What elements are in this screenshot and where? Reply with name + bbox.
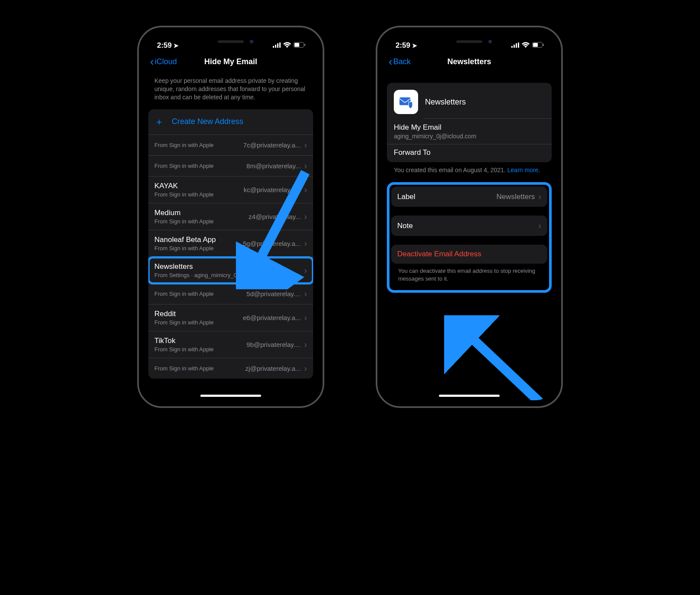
nav-bar: ‹ Back Newsletters	[383, 52, 555, 72]
chevron-left-icon: ‹	[150, 56, 154, 67]
address-row-tiktok[interactable]: TikTok From Sign in with Apple 9b@privat…	[148, 331, 313, 358]
status-bar: 2:59 ➤	[145, 33, 317, 52]
deactivate-group: Deactivate Email Address	[391, 245, 547, 264]
notch	[456, 40, 482, 43]
svg-rect-5	[294, 43, 299, 47]
page-title: Hide My Email	[204, 57, 257, 66]
camera-dot	[250, 40, 253, 43]
back-label: iCloud	[155, 57, 177, 66]
annotation-arrow	[236, 163, 314, 289]
chevron-right-icon: ›	[304, 363, 307, 373]
home-indicator[interactable]	[200, 395, 261, 397]
back-label: Back	[393, 57, 411, 66]
address-row-reddit[interactable]: Reddit From Sign in with Apple e6@privat…	[148, 304, 313, 331]
label-row[interactable]: Label Newsletters ›	[391, 186, 547, 207]
chevron-right-icon: ›	[304, 340, 307, 350]
learn-more-link[interactable]: Learn more	[507, 167, 539, 173]
create-label: Create New Address	[172, 117, 243, 126]
svg-line-18	[461, 328, 540, 400]
mail-shield-icon	[394, 90, 418, 114]
svg-rect-3	[279, 42, 281, 48]
cellular-icon	[511, 41, 519, 50]
battery-icon	[532, 41, 544, 50]
chevron-right-icon: ›	[538, 221, 541, 231]
alias-name: Newsletters	[425, 98, 466, 107]
deactivate-button[interactable]: Deactivate Email Address	[391, 245, 547, 264]
cellular-icon	[273, 41, 281, 50]
page-title: Newsletters	[447, 57, 491, 66]
battery-icon	[294, 41, 305, 50]
chevron-right-icon: ›	[304, 313, 307, 323]
info-group: Newsletters Hide My Email aging_mimicry_…	[387, 83, 552, 162]
back-button[interactable]: ‹ Back	[389, 56, 411, 67]
svg-rect-2	[277, 43, 278, 48]
svg-rect-12	[518, 42, 519, 48]
back-button[interactable]: ‹ iCloud	[150, 56, 177, 67]
screen-left: 2:59 ➤ ‹ iCloud Hide My Email	[145, 33, 317, 400]
status-time: 2:59	[157, 41, 172, 50]
status-bar: 2:59 ➤	[383, 33, 555, 52]
svg-line-8	[253, 172, 305, 272]
header-row: Newsletters	[387, 83, 552, 118]
phone-left: 2:59 ➤ ‹ iCloud Hide My Email	[137, 26, 324, 408]
note-row[interactable]: Note ›	[391, 216, 547, 236]
address-row[interactable]: From Sign in with Apple zj@privaterelay.…	[148, 358, 313, 379]
screen-right: 2:59 ➤ ‹ Back Newsletters	[383, 33, 555, 400]
forward-to-row[interactable]: Forward To	[387, 144, 552, 162]
svg-rect-9	[511, 46, 513, 48]
chevron-left-icon: ‹	[389, 56, 393, 67]
svg-rect-14	[533, 43, 538, 47]
plus-icon: ＋	[154, 115, 164, 128]
wifi-icon	[283, 41, 291, 50]
notch	[218, 40, 244, 43]
description-text: Keep your personal email address private…	[148, 74, 313, 109]
chevron-right-icon: ›	[304, 140, 307, 150]
svg-rect-10	[514, 45, 515, 48]
chevron-right-icon: ›	[304, 289, 307, 299]
location-icon: ➤	[173, 42, 179, 49]
highlighted-section: Label Newsletters › Note › Deactivate Em…	[387, 182, 552, 293]
camera-dot	[488, 40, 492, 43]
svg-rect-6	[304, 44, 305, 46]
label-group: Label Newsletters ›	[391, 186, 547, 207]
location-icon: ➤	[412, 42, 417, 49]
svg-rect-1	[275, 45, 276, 48]
hide-my-email-row: Hide My Email aging_mimicry_0j@icloud.co…	[387, 119, 552, 144]
wifi-icon	[522, 41, 530, 50]
svg-rect-11	[516, 43, 517, 48]
nav-bar: ‹ iCloud Hide My Email	[145, 52, 317, 72]
status-time: 2:59	[396, 41, 410, 50]
create-new-address-button[interactable]: ＋ Create New Address	[148, 109, 313, 135]
annotation-arrow	[444, 315, 548, 400]
svg-rect-0	[273, 46, 274, 48]
svg-rect-15	[543, 44, 544, 46]
chevron-right-icon: ›	[538, 192, 541, 202]
deactivate-description: You can deactivate this email address to…	[391, 264, 547, 288]
created-note: You created this email on August 4, 2021…	[387, 162, 552, 173]
address-row[interactable]: From Sign in with Apple 7c@privaterelay.…	[148, 135, 313, 156]
phone-right: 2:59 ➤ ‹ Back Newsletters	[376, 26, 563, 408]
note-group: Note ›	[391, 216, 547, 236]
